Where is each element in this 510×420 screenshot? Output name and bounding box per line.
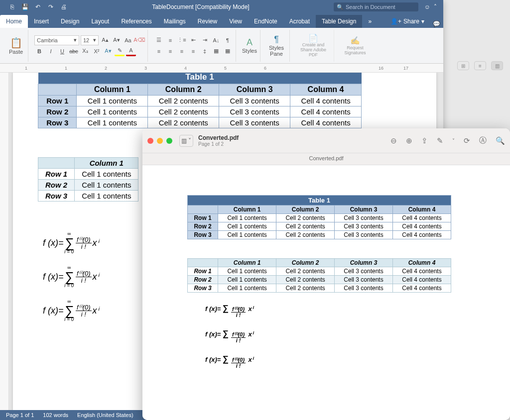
preview-filename: Converted.pdf [198, 134, 239, 141]
preview-tab[interactable]: Converted.pdf [142, 153, 510, 165]
tab-view[interactable]: View [223, 15, 248, 28]
preview-body[interactable]: Table 1 Column 1Column 2Column 3Column 4… [142, 165, 510, 420]
share-person-icon: 👤+ [390, 18, 401, 25]
status-lang[interactable]: English (United States) [77, 412, 133, 418]
table-row: Row 2Cell 1 contentsCell 2 contentsCell … [38, 106, 362, 117]
redo-icon[interactable]: ↷ [47, 3, 55, 11]
table-1[interactable]: Table 1 Column 1 Column 2 Column 3 Colum… [38, 73, 362, 128]
tab-acrobat[interactable]: Acrobat [283, 15, 316, 28]
paste-button[interactable]: 📋 Paste [7, 34, 25, 58]
clipboard-icon: 📋 [10, 37, 22, 49]
ribbon-tabs: Home Insert Design Layout References Mai… [0, 14, 443, 28]
font-color-icon[interactable]: A [126, 46, 136, 56]
shrink-font-icon[interactable]: A▾ [112, 35, 122, 45]
search-icon[interactable]: 🔍 [496, 136, 505, 145]
undo-icon[interactable]: ↶ [34, 3, 42, 11]
list-view-icon[interactable]: ≡ [474, 61, 486, 70]
styles-pane-button[interactable]: ¶ Styles Pane [266, 34, 286, 57]
tab-design[interactable]: Design [55, 15, 85, 28]
table-2[interactable]: Column 1 Row 1Cell 1 contents Row 2Cell … [38, 157, 138, 202]
align-left-icon[interactable]: ≡ [154, 46, 164, 56]
horizontal-ruler[interactable]: 1 1 2 3 4 5 6 16 17 [0, 64, 443, 73]
table-row: Row 3Cell 1 contentsCell 2 contentsCell … [188, 284, 451, 293]
sidebar-toggle-icon[interactable]: ▥ ˅ [179, 135, 193, 147]
zoom-icon[interactable] [166, 138, 172, 144]
table-row: Row 3Cell 1 contentsCell 2 contentsCell … [38, 117, 362, 128]
zoom-in-icon[interactable]: ⊕ [406, 136, 412, 145]
numbering-icon[interactable]: ≡ [165, 35, 175, 45]
line-spacing-icon[interactable]: ‡ [200, 46, 210, 56]
tab-insert[interactable]: Insert [28, 15, 55, 28]
smiley-icon[interactable]: ☺ [423, 3, 431, 11]
preview-titlebar[interactable]: ▥ ˅ Converted.pdf Page 1 of 2 ⊖ ⊕ ⇪ ✎ ˅ … [142, 128, 510, 153]
align-center-icon[interactable]: ≡ [165, 46, 175, 56]
show-marks-icon[interactable]: ¶ [223, 35, 233, 45]
column-view-icon[interactable]: ▥ [491, 61, 503, 70]
bullets-icon[interactable]: ☰ [154, 35, 164, 45]
bold-button[interactable]: B [34, 46, 44, 56]
ribbon: 📋 Paste Cambria▾ 12▾ A▴ A▾ Aa A⌫ B I U a… [0, 28, 443, 64]
preview-page-info: Page 1 of 2 [198, 141, 239, 147]
save-icon[interactable]: 💾 [21, 3, 29, 11]
clipboard-group: 📋 Paste [4, 30, 28, 62]
superscript-button[interactable]: X² [92, 46, 102, 56]
minimize-icon[interactable] [157, 138, 163, 144]
clear-format-icon[interactable]: A⌫ [134, 35, 144, 45]
justify-icon[interactable]: ≡ [188, 46, 198, 56]
tab-layout[interactable]: Layout [85, 15, 115, 28]
close-icon[interactable] [147, 138, 153, 144]
highlight-icon[interactable]: ✎ [115, 46, 125, 56]
sort-icon[interactable]: A↓ [211, 35, 221, 45]
comments-icon[interactable]: 💬 [432, 20, 440, 28]
autosave-icon[interactable]: ⎘ [8, 3, 16, 11]
table-row: Row 3Cell 1 contentsCell 2 contentsCell … [188, 231, 451, 239]
strike-button[interactable]: abc [69, 46, 79, 56]
borders-icon[interactable]: ▦ [223, 46, 233, 56]
request-signatures-button[interactable]: ✍ Request Signatures [340, 36, 370, 55]
subscript-button[interactable]: X₂ [80, 46, 90, 56]
chevron-down-icon[interactable]: ˅ [452, 138, 455, 143]
rotate-icon[interactable]: ⟳ [464, 136, 470, 145]
search-input[interactable]: 🔍 Search in Document [334, 2, 418, 11]
vertical-ruler[interactable] [0, 73, 9, 410]
markup-icon[interactable]: ✎ [437, 136, 443, 145]
tab-home[interactable]: Home [0, 15, 28, 28]
share-icon[interactable]: ⇪ [421, 136, 428, 145]
share-button[interactable]: 👤+Share▾ [385, 15, 429, 28]
tab-table-design[interactable]: Table Design [316, 15, 362, 28]
document-title: TableDocument [Compatibility Mode] [68, 3, 334, 10]
tab-endnote[interactable]: EndNote [248, 15, 283, 28]
table-row: Row 2Cell 1 contentsCell 2 contentsCell … [188, 222, 451, 231]
icon-view-icon[interactable]: ⊞ [457, 61, 469, 70]
search-icon: 🔍 [337, 4, 344, 10]
align-right-icon[interactable]: ≡ [177, 46, 187, 56]
status-words[interactable]: 102 words [43, 412, 68, 418]
highlight-tool-icon[interactable]: Ⓐ [479, 136, 487, 145]
outdent-icon[interactable]: ⇤ [188, 35, 198, 45]
zoom-out-icon[interactable]: ⊖ [390, 136, 397, 145]
styles-button[interactable]: A Styles [242, 37, 257, 54]
change-case-icon[interactable]: Aa [123, 35, 133, 45]
text-effects-icon[interactable]: A▾ [103, 46, 113, 56]
tab-references[interactable]: References [115, 15, 157, 28]
font-name-select[interactable]: Cambria▾ [34, 35, 79, 45]
font-size-select[interactable]: 12▾ [81, 35, 99, 45]
chevron-up-icon[interactable]: ˄ [431, 3, 439, 11]
tab-overflow[interactable]: » [362, 15, 378, 28]
status-page[interactable]: Page 1 of 1 [6, 412, 34, 418]
pv-table-1: Table 1 Column 1Column 2Column 3Column 4… [187, 195, 451, 239]
underline-button[interactable]: U [57, 46, 67, 56]
preview-window: ▥ ˅ Converted.pdf Page 1 of 2 ⊖ ⊕ ⇪ ✎ ˅ … [142, 128, 510, 420]
tab-mailings[interactable]: Mailings [158, 15, 192, 28]
print-icon[interactable]: 🖨 [60, 3, 68, 11]
shading-icon[interactable]: ▦ [211, 46, 221, 56]
create-share-pdf-button[interactable]: 📄 Create and Share Adobe PDF [296, 33, 331, 58]
italic-button[interactable]: I [46, 46, 56, 56]
pv-formula-3: f (x)= ∑ f⁽ⁱ⁾(0)i ! xⁱ [205, 354, 465, 369]
table-row: Row 1Cell 1 contentsCell 2 contentsCell … [188, 267, 451, 276]
multilevel-icon[interactable]: ⋮≡ [177, 35, 187, 45]
paragraph-group: ☰ ≡ ⋮≡ ⇤ ⇥ A↓ ¶ ≡ ≡ ≡ ≡ ‡ ▦ ▦ [151, 30, 236, 62]
tab-review[interactable]: Review [192, 15, 223, 28]
grow-font-icon[interactable]: A▴ [100, 35, 110, 45]
indent-icon[interactable]: ⇥ [200, 35, 210, 45]
